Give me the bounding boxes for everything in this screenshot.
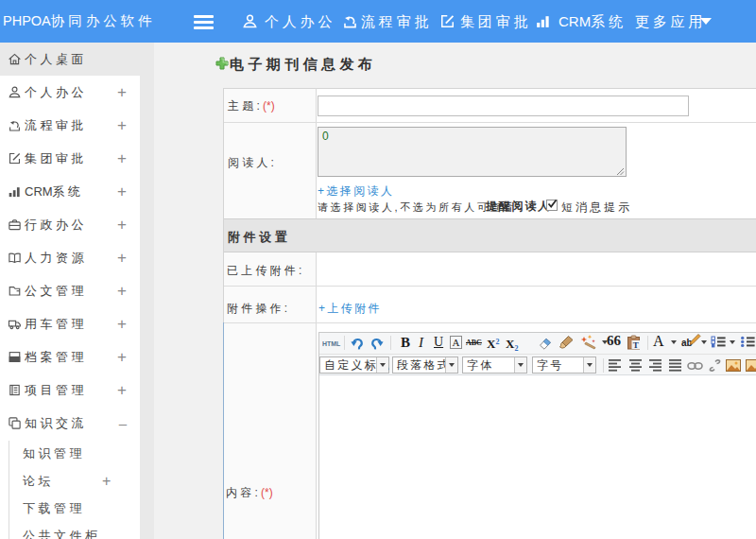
svg-text:T: T (633, 340, 639, 350)
